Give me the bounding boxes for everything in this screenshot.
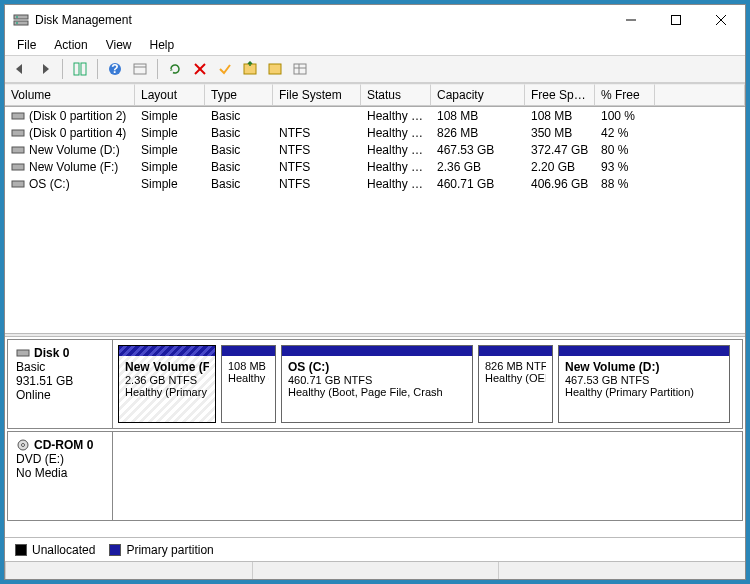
- table-row[interactable]: New Volume (D:)SimpleBasicNTFSHealthy (P…: [5, 141, 745, 158]
- menu-view[interactable]: View: [98, 36, 140, 54]
- partition-size: 826 MB NTFS: [485, 360, 546, 372]
- disk-status: Online: [16, 388, 104, 402]
- forward-button[interactable]: [34, 58, 56, 80]
- cell-fs: NTFS: [273, 159, 361, 175]
- menu-help[interactable]: Help: [142, 36, 183, 54]
- partition[interactable]: New Volume (D:)467.53 GB NTFSHealthy (Pr…: [558, 345, 730, 423]
- partition[interactable]: OS (C:)460.71 GB NTFSHealthy (Boot, Page…: [281, 345, 473, 423]
- column-headers: Volume Layout Type File System Status Ca…: [5, 84, 745, 107]
- volume-list[interactable]: Volume Layout Type File System Status Ca…: [5, 84, 745, 333]
- col-type[interactable]: Type: [205, 84, 273, 106]
- cell-capacity: 2.36 GB: [431, 159, 525, 175]
- disk-label: Disk 0 Basic 931.51 GB Online: [8, 340, 113, 428]
- cell-free: 372.47 GB: [525, 142, 595, 158]
- col-layout[interactable]: Layout: [135, 84, 205, 106]
- close-button[interactable]: [698, 6, 743, 35]
- window-title: Disk Management: [35, 13, 608, 27]
- svg-rect-25: [12, 181, 24, 187]
- volume-icon: [11, 127, 25, 139]
- help-button[interactable]: ?: [104, 58, 126, 80]
- disk-row-0[interactable]: Disk 0 Basic 931.51 GB Online New Volume…: [7, 339, 743, 429]
- volume-icon: [11, 144, 25, 156]
- cell-type: Basic: [205, 108, 273, 124]
- cell-free: 108 MB: [525, 108, 595, 124]
- statusbar: [5, 561, 745, 579]
- delete-button[interactable]: [189, 58, 211, 80]
- cell-capacity: 826 MB: [431, 125, 525, 141]
- maximize-button[interactable]: [653, 6, 698, 35]
- svg-rect-23: [12, 147, 24, 153]
- cell-fs: NTFS: [273, 176, 361, 192]
- titlebar: Disk Management: [5, 5, 745, 35]
- list-view-button[interactable]: [289, 58, 311, 80]
- partition-status: Healthy (: [228, 372, 269, 384]
- partition-status: Healthy (Primary Partition): [565, 386, 723, 398]
- disk-row-1[interactable]: CD-ROM 0 DVD (E:) No Media: [7, 431, 743, 521]
- col-capacity[interactable]: Capacity: [431, 84, 525, 106]
- partition-size: 460.71 GB NTFS: [288, 374, 466, 386]
- cell-type: Basic: [205, 159, 273, 175]
- cell-status: Healthy (B...: [361, 176, 431, 192]
- partition-color-bar: [119, 346, 215, 356]
- menu-action[interactable]: Action: [46, 36, 95, 54]
- partition[interactable]: 108 MBHealthy (: [221, 345, 276, 423]
- cell-capacity: 467.53 GB: [431, 142, 525, 158]
- svg-text:?: ?: [111, 62, 118, 76]
- svg-rect-22: [12, 130, 24, 136]
- volume-icon: [11, 178, 25, 190]
- disk-icon: [16, 346, 30, 360]
- window-controls: [608, 6, 743, 35]
- back-button[interactable]: [9, 58, 31, 80]
- cell-fs: [273, 115, 361, 117]
- settings-button[interactable]: [129, 58, 151, 80]
- cell-fs: NTFS: [273, 125, 361, 141]
- col-status[interactable]: Status: [361, 84, 431, 106]
- col-pctfree[interactable]: % Free: [595, 84, 655, 106]
- table-row[interactable]: OS (C:)SimpleBasicNTFSHealthy (B...460.7…: [5, 175, 745, 192]
- swatch-black: [15, 544, 27, 556]
- table-row[interactable]: (Disk 0 partition 2)SimpleBasicHealthy (…: [5, 107, 745, 124]
- volume-name: (Disk 0 partition 2): [29, 109, 126, 123]
- partition[interactable]: 826 MB NTFSHealthy (OEM: [478, 345, 553, 423]
- partition[interactable]: New Volume (F:2.36 GB NTFSHealthy (Prima…: [118, 345, 216, 423]
- disk-type: DVD (E:): [16, 452, 104, 466]
- svg-rect-26: [17, 350, 29, 356]
- refresh-button[interactable]: [164, 58, 186, 80]
- show-hide-console-button[interactable]: [69, 58, 91, 80]
- toolbar: ?: [5, 55, 745, 83]
- cell-type: Basic: [205, 142, 273, 158]
- graphical-view: Disk 0 Basic 931.51 GB Online New Volume…: [5, 337, 745, 537]
- partition-status: Healthy (Boot, Page File, Crash: [288, 386, 466, 398]
- bottom-view-button[interactable]: [264, 58, 286, 80]
- col-filesystem[interactable]: File System: [273, 84, 361, 106]
- disk-status: No Media: [16, 466, 104, 480]
- partition-name: New Volume (D:): [565, 360, 723, 374]
- volume-name: OS (C:): [29, 177, 70, 191]
- legend-primary: Primary partition: [109, 543, 213, 557]
- cell-fs: NTFS: [273, 142, 361, 158]
- partition-color-bar: [479, 346, 552, 356]
- swatch-blue: [109, 544, 121, 556]
- volume-rows: (Disk 0 partition 2)SimpleBasicHealthy (…: [5, 107, 745, 192]
- table-row[interactable]: (Disk 0 partition 4)SimpleBasicNTFSHealt…: [5, 124, 745, 141]
- legend: Unallocated Primary partition: [5, 537, 745, 561]
- cell-free: 2.20 GB: [525, 159, 595, 175]
- menu-file[interactable]: File: [9, 36, 44, 54]
- legend-label: Unallocated: [32, 543, 95, 557]
- svg-rect-12: [134, 64, 146, 74]
- disk-size: 931.51 GB: [16, 374, 104, 388]
- col-freespace[interactable]: Free Spa...: [525, 84, 595, 106]
- cell-status: Healthy (E...: [361, 108, 431, 124]
- partition-color-bar: [559, 346, 729, 356]
- col-volume[interactable]: Volume: [5, 84, 135, 106]
- disk-partitions: [113, 432, 742, 520]
- partition-color-bar: [222, 346, 275, 356]
- svg-rect-9: [81, 63, 86, 75]
- legend-unallocated: Unallocated: [15, 543, 95, 557]
- cell-layout: Simple: [135, 125, 205, 141]
- minimize-button[interactable]: [608, 6, 653, 35]
- top-view-button[interactable]: [239, 58, 261, 80]
- properties-button[interactable]: [214, 58, 236, 80]
- table-row[interactable]: New Volume (F:)SimpleBasicNTFSHealthy (P…: [5, 158, 745, 175]
- svg-rect-24: [12, 164, 24, 170]
